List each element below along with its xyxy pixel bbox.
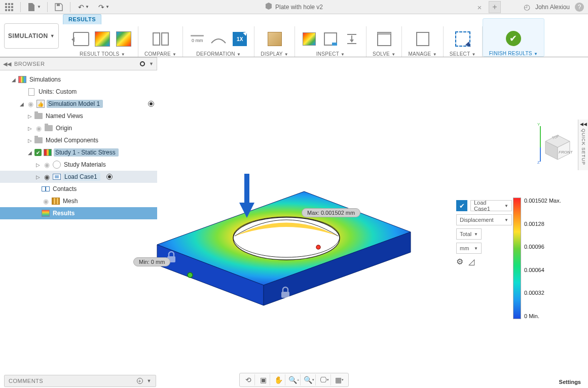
load-case-select[interactable]: Load Case1▼ — [470, 200, 512, 211]
svg-rect-7 — [8, 9, 10, 11]
cb-tick: 0.00064 — [524, 267, 561, 273]
save-icon[interactable] — [52, 0, 66, 14]
pan-icon[interactable]: ✋ — [272, 374, 285, 385]
contour2-icon[interactable] — [116, 31, 132, 47]
color-bar: 0.001502 Max. 0.00128 0.00096 0.00064 0.… — [513, 198, 579, 322]
manage-icon[interactable] — [415, 31, 431, 47]
user-name[interactable]: John Alexiou — [535, 4, 570, 11]
grid-icon[interactable]: ▦▾ — [333, 374, 346, 385]
result-type-select[interactable]: Displacement▼ — [456, 214, 512, 225]
zoom-icon[interactable]: 🔍+ — [287, 374, 301, 385]
reaction-icon[interactable] — [344, 31, 360, 47]
svg-text:Z: Z — [537, 160, 540, 164]
file-menu-icon[interactable]: ▼ — [25, 0, 43, 14]
svg-rect-15 — [263, 183, 271, 189]
cb-tick: 0.00032 — [524, 290, 561, 296]
contour-icon[interactable] — [94, 31, 111, 47]
max-label: Max: 0.001502 mm — [302, 208, 360, 217]
svg-point-18 — [188, 273, 193, 278]
select-icon[interactable] — [455, 31, 471, 47]
plate-render — [142, 171, 416, 328]
workspace-label: SIMULATION — [8, 32, 48, 40]
finish-results-icon[interactable]: ✔ — [505, 30, 522, 47]
svg-rect-2 — [11, 3, 13, 5]
new-tab-button[interactable]: + — [489, 1, 501, 13]
undo-icon[interactable]: ↶▼ — [75, 0, 93, 14]
svg-text:FRONT: FRONT — [559, 150, 573, 154]
svg-text:Y: Y — [537, 123, 540, 127]
deform-curve-icon[interactable] — [210, 31, 227, 47]
ribbon: SIMULATION▼ RESULTS RESULT TOOLS ▼ COMPA… — [0, 14, 588, 57]
animation-icon[interactable] — [73, 31, 89, 47]
title-bar: ▼ ↶▼ ↷▼ Plate with hole v2 × + ◴ John Al… — [0, 0, 588, 14]
chevron-down-icon[interactable]: ▼ — [147, 378, 152, 383]
solve-icon[interactable] — [376, 31, 392, 47]
min-label: Min: 0 mm — [133, 257, 170, 266]
svg-rect-14 — [244, 174, 249, 204]
svg-rect-3 — [5, 6, 7, 8]
help-icon[interactable]: ? — [575, 3, 584, 12]
nav-bar: ⟲ ▣ ✋ 🔍+ 🔍▾ 🖵▾ ▦▾ — [239, 373, 349, 387]
svg-rect-0 — [5, 3, 7, 5]
svg-rect-9 — [57, 4, 60, 6]
cb-tick: 0.00128 — [524, 221, 561, 227]
compare-icon[interactable] — [153, 31, 169, 47]
app-launcher-icon[interactable] — [2, 0, 16, 14]
probe-icon[interactable] — [301, 31, 317, 47]
svg-rect-8 — [11, 9, 13, 11]
group-compare: COMPARE ▼ — [138, 18, 182, 57]
results-legend-panel: ✔ Load Case1▼ Displacement▼ Total▼ mm▼ ⚙… — [456, 200, 512, 266]
group-deformation: 0 mm 1X DEFORMATION ▼ — [183, 18, 254, 57]
color-gradient — [513, 198, 521, 319]
close-tab-icon[interactable]: × — [472, 0, 487, 14]
display-icon[interactable] — [267, 31, 283, 47]
cb-tick: 0.00096 — [524, 244, 561, 250]
legend-toggle-button[interactable]: ✔ — [456, 200, 467, 211]
svg-rect-1 — [8, 3, 10, 5]
group-finish-results[interactable]: ✔ FINISH RESULTS ▼ — [483, 18, 544, 57]
workspace-switcher[interactable]: SIMULATION▼ — [4, 23, 59, 49]
deform-1x-icon[interactable]: 1X — [232, 31, 248, 47]
svg-rect-5 — [11, 6, 13, 8]
plus-icon[interactable]: + — [137, 378, 143, 384]
group-display: DISPLAY ▼ — [254, 18, 295, 57]
doc-icon — [265, 3, 272, 11]
measure-icon[interactable] — [322, 31, 339, 47]
svg-rect-17 — [281, 292, 289, 298]
legend-deform-icon[interactable]: ◿ — [468, 257, 474, 266]
fit-icon[interactable]: 🔍▾ — [303, 374, 316, 385]
look-at-icon[interactable]: ▣ — [257, 374, 270, 385]
svg-point-19 — [316, 245, 320, 249]
settings-link[interactable]: Settings — [559, 379, 581, 385]
legend-settings-icon[interactable]: ⚙ — [456, 257, 463, 266]
svg-rect-4 — [8, 6, 10, 8]
group-manage: MANAGE ▼ — [402, 18, 443, 57]
extensions-icon[interactable]: ◴ — [524, 3, 530, 12]
group-inspect: INSPECT ▼ — [295, 18, 366, 57]
cb-tick: 0.001502 Max. — [524, 198, 561, 204]
quick-setup-tab[interactable]: ◀◀ QUICK SETUP — [578, 120, 588, 170]
component-select[interactable]: Total▼ — [456, 228, 482, 240]
tab-results[interactable]: RESULTS — [63, 14, 101, 24]
orbit-icon[interactable]: ⟲ — [242, 374, 255, 385]
group-solve: SOLVE ▼ — [366, 18, 401, 57]
display-settings-icon[interactable]: 🖵▾ — [318, 374, 331, 385]
group-select: SELECT ▼ — [444, 18, 482, 57]
deform-scale-icon[interactable]: 0 mm — [189, 31, 205, 47]
redo-icon[interactable]: ↷▼ — [95, 0, 113, 14]
units-select[interactable]: mm▼ — [456, 243, 482, 254]
cb-tick: 0 Min. — [524, 313, 561, 319]
comments-bar[interactable]: COMMENTS + ▼ — [4, 375, 156, 387]
svg-rect-6 — [5, 9, 7, 11]
doc-title: Plate with hole v2 — [275, 4, 323, 11]
view-cube[interactable]: Y Z TOP FRONT — [537, 123, 573, 164]
